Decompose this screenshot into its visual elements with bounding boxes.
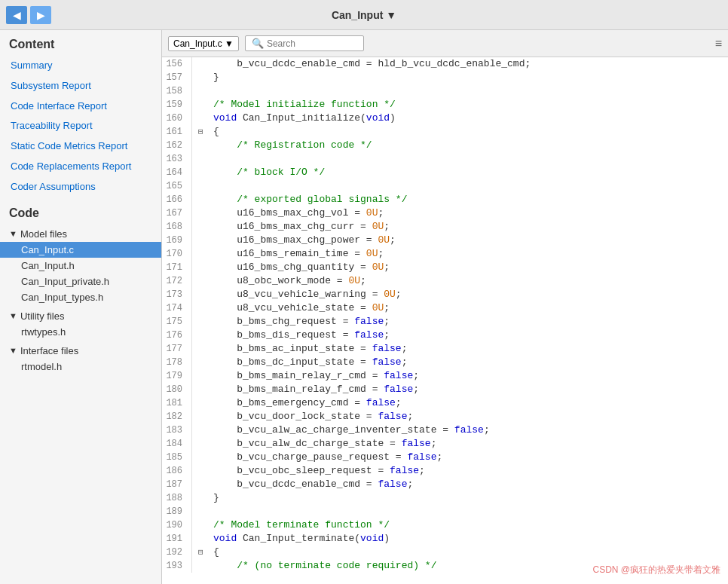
line-number: 171 [162,261,192,274]
line-collapse [198,505,210,518]
code-line: 172 u8_obc_work_mode = 0U; [162,274,728,288]
line-collapse [198,491,210,505]
forward-button[interactable]: ▶ [30,6,51,24]
sidebar-file-Can_Input_private-h[interactable]: Can_Input_private.h [0,274,161,289]
line-number: 172 [162,274,192,288]
line-content: u16_bms_max_chg_power = 0U; [210,234,728,247]
line-collapse [198,356,210,369]
code-line: 188} [162,491,728,505]
line-number: 163 [162,152,192,166]
code-line: 161⊟{ [162,125,728,139]
line-collapse[interactable]: ⊟ [198,546,210,559]
line-number: 170 [162,247,192,261]
line-number: 193 [162,559,192,573]
code-line: 180 b_bms_main_relay_f_cmd = false; [162,383,728,396]
line-content: /* Model terminate function */ [210,518,728,532]
file-selector-label: Can_Input.c ▼ [173,38,234,49]
code-line: 170 u16_bms_remain_time = 0U; [162,247,728,261]
line-collapse[interactable]: ⊟ [198,125,210,139]
utility-files-header[interactable]: ▼ Utility files [0,308,161,324]
line-number: 167 [162,206,192,220]
line-content: void Can_Input_terminate(void) [210,532,728,546]
sidebar: Content SummarySubsystem ReportCode Inte… [0,30,162,584]
line-number: 174 [162,301,192,315]
line-content: /* Model initialize function */ [210,98,728,112]
line-content: u16_bms_chg_quantity = 0U; [210,261,728,274]
search-input[interactable] [267,38,357,49]
sidebar-item-static-code-metrics-report[interactable]: Static Code Metrics Report [0,136,161,157]
main-content: Can_Input.c ▼ 🔍 ≡ 156 b_vcu_dcdc_enable_… [162,30,728,584]
sidebar-item-code-replacements-report[interactable]: Code Replacements Report [0,157,161,177]
line-number: 189 [162,505,192,518]
line-collapse [198,274,210,288]
line-collapse [198,451,210,464]
line-number: 180 [162,383,192,396]
line-number: 185 [162,451,192,464]
line-content: u16_bms_max_chg_curr = 0U; [210,220,728,234]
line-number: 191 [162,532,192,546]
line-content: b_bms_dis_request = false; [210,329,728,342]
line-collapse [198,559,210,573]
line-content: b_vcu_obc_sleep_request = false; [210,464,728,478]
code-line: 187 b_vcu_dcdc_enable_cmd = false; [162,478,728,491]
sidebar-item-subsystem-report[interactable]: Subsystem Report [0,76,161,96]
line-collapse [198,152,210,166]
utility-files-group: ▼ Utility files rtwtypes.h [0,308,161,340]
code-area[interactable]: 156 b_vcu_dcdc_enable_cmd = hld_b_vcu_dc… [162,57,728,584]
code-line: 184 b_vcu_alw_dc_charge_state = false; [162,437,728,451]
line-content: /* Registration code */ [210,139,728,152]
line-collapse [198,57,210,71]
sidebar-item-summary[interactable]: Summary [0,56,161,76]
line-content: /* exported global signals */ [210,193,728,206]
watermark: CSDN @疯狂的热爱夹带着文雅 [592,564,720,576]
line-number: 164 [162,166,192,179]
interface-files-group: ▼ Interface files rtmodel.h [0,343,161,375]
code-line: 179 b_bms_main_relay_r_cmd = false; [162,369,728,383]
line-collapse [198,437,210,451]
line-collapse [198,139,210,152]
line-number: 182 [162,410,192,423]
line-number: 156 [162,57,192,71]
line-collapse [198,369,210,383]
line-number: 179 [162,369,192,383]
search-box: 🔍 [245,35,364,51]
back-button[interactable]: ◀ [6,6,27,24]
line-collapse [198,234,210,247]
line-collapse [198,342,210,356]
code-line: 162 /* Registration code */ [162,139,728,152]
model-files-header[interactable]: ▼ Model files [0,226,161,242]
sidebar-file-rtmodel-h[interactable]: rtmodel.h [0,359,161,375]
line-collapse [198,396,210,410]
menu-icon[interactable]: ≡ [715,37,722,50]
line-number: 184 [162,437,192,451]
sidebar-file-Can_Input-c[interactable]: Can_Input.c [0,242,161,258]
line-collapse [198,84,210,98]
sidebar-item-traceability-report[interactable]: Traceability Report [0,116,161,136]
sidebar-file-Can_Input_types-h[interactable]: Can_Input_types.h [0,289,161,305]
file-selector[interactable]: Can_Input.c ▼ [168,36,239,51]
line-number: 175 [162,315,192,329]
sidebar-file-Can_Input-h[interactable]: Can_Input.h [0,258,161,274]
line-number: 158 [162,84,192,98]
code-line: 159/* Model initialize function */ [162,98,728,112]
code-line: 190/* Model terminate function */ [162,518,728,532]
code-section-title: Code [0,203,161,223]
interface-files-header[interactable]: ▼ Interface files [0,343,161,359]
line-content: u8_vcu_vehicle_state = 0U; [210,301,728,315]
sidebar-item-code-interface-report[interactable]: Code Interface Report [0,96,161,117]
sidebar-file-rtwtypes-h[interactable]: rtwtypes.h [0,324,161,340]
line-collapse [198,166,210,179]
line-content: u8_vcu_vehicle_warning = 0U; [210,288,728,301]
sidebar-item-coder-assumptions[interactable]: Coder Assumptions [0,177,161,197]
line-content: b_bms_dc_input_state = false; [210,356,728,369]
line-collapse [198,220,210,234]
code-line: 168 u16_bms_max_chg_curr = 0U; [162,220,728,234]
line-collapse [198,383,210,396]
line-collapse [198,423,210,437]
code-line: 156 b_vcu_dcdc_enable_cmd = hld_b_vcu_dc… [162,57,728,71]
line-number: 161 [162,125,192,139]
line-collapse [198,329,210,342]
nav-arrows: ◀ ▶ [6,6,51,24]
line-number: 177 [162,342,192,356]
line-collapse [198,193,210,206]
